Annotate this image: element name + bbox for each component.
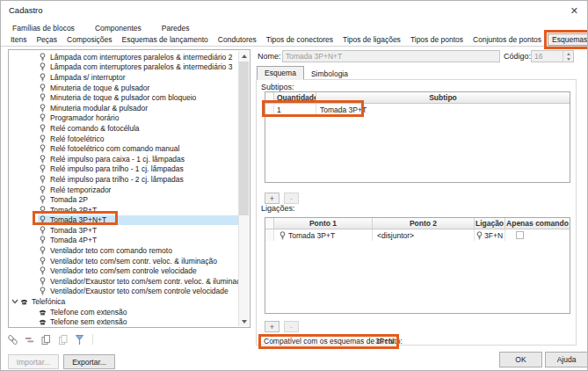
tree-item-minuteria-de-toque-pulsador-com-bloqueio[interactable]: Minuteria de toque & pulsador com bloque…	[10, 92, 238, 103]
tree-item-tomada-3p-n-t[interactable]: Tomada 3P+N+T	[10, 215, 238, 226]
lamp-icon	[39, 226, 47, 235]
tab-conjuntos-de-pontos[interactable]: Conjuntos de pontos	[469, 34, 545, 45]
tree-item-label: Minuteria de toque & pulsador com bloque…	[50, 93, 196, 102]
tree-item-label: Tomada 4P+T	[50, 236, 97, 244]
subtipos-add-button[interactable]: +	[265, 193, 279, 204]
tree-item-rele-fotoeletrico-com-comando-manual[interactable]: Relé fotoelétrico com comando manual	[10, 143, 238, 154]
tab-composicoes[interactable]: Composições	[63, 34, 116, 45]
ok-button[interactable]: OK	[499, 352, 542, 367]
lamp-icon	[39, 215, 47, 224]
tree-item-programador-horario[interactable]: Programador horário	[10, 113, 238, 124]
detail-tab-simbologia[interactable]: Simbologia	[304, 68, 355, 80]
tree-item-label: Relé impulso para caixa - 1 cj. lâmpadas	[50, 155, 185, 164]
close-icon[interactable]: ✕	[570, 5, 578, 17]
tree-item-tomada-2p-t[interactable]: Tomada 2P+T	[10, 205, 238, 215]
tree-item-ventilador-teto-com-sem-controle-velocidade[interactable]: Ventilador teto com/sem controle velocid…	[10, 266, 238, 276]
lamp-icon	[39, 266, 47, 275]
unlink-icon[interactable]	[24, 334, 35, 346]
lamp-icon	[39, 186, 47, 194]
tree-item-lampada-s-interruptor[interactable]: Lâmpada s/ interruptor	[10, 72, 238, 83]
codigo-label: Código:	[504, 52, 531, 61]
codigo-stepper[interactable]: 16	[531, 50, 574, 62]
ligacoes-remove-button[interactable]: -	[284, 321, 299, 332]
tree-item-tomada-4p-t[interactable]: Tomada 4P+T	[10, 236, 238, 246]
ponto1-cell: Tomada 3P+T	[274, 229, 373, 241]
lamp-icon	[39, 246, 47, 255]
tree-item-label: Ventilador/Exaustor teto com/sem contr. …	[50, 277, 238, 286]
ligacoes-add-button[interactable]: +	[265, 321, 279, 332]
col-quantidade[interactable]: Quantidade	[274, 92, 316, 103]
subtipos-label: Subtipos:	[261, 83, 294, 91]
tab-tipos-de-conectores[interactable]: Tipos de conectores	[263, 34, 337, 45]
spin-down-icon[interactable]	[563, 56, 573, 62]
tree-item-minuteria-modular-pulsador[interactable]: Minuteria modular & pulsador	[10, 103, 238, 113]
scroll-down-icon[interactable]	[239, 316, 249, 326]
tree-item-rele-impulso-para-trilho-1-cj-lampadas[interactable]: Relé impulso para trilho - 1 cj. lâmpada…	[10, 164, 238, 175]
row-selector[interactable]	[265, 104, 274, 115]
tree-item-tomada-3p-t[interactable]: Tomada 3P+T	[10, 225, 238, 236]
link-icon[interactable]	[7, 334, 18, 346]
scroll-thumb[interactable]	[239, 62, 249, 215]
subtipos-row[interactable]: 1Tomada 3P+T	[265, 104, 570, 115]
tree-item-telefone-com-extensao[interactable]: Telefone com extensão	[10, 307, 238, 317]
tab-condutores[interactable]: Condutores	[214, 34, 260, 45]
ajuda-button[interactable]: Ajuda	[545, 352, 588, 367]
row-selector[interactable]	[265, 229, 274, 241]
tree-item-rele-comando-fotocelula[interactable]: Relé comando & fotocélula	[10, 123, 238, 134]
tree-item-label: Minuteria de toque & pulsador	[50, 84, 149, 92]
toolbar-divider	[92, 334, 93, 345]
tab-tipos-de-ligacoes[interactable]: Tipos de ligações	[339, 34, 404, 45]
col-ligacao[interactable]: Ligação	[475, 218, 505, 229]
tree-item-ventilador-teto-com-sem-contr-veloc-iluminacao[interactable]: Ventilador teto com/sem contr. veloc. & …	[10, 256, 238, 266]
scroll-up-icon[interactable]	[239, 51, 249, 61]
col-ponto1[interactable]: Ponto 1	[274, 218, 373, 229]
ligacoes-row[interactable]: Tomada 3P+T<disjuntor>3F+N	[265, 229, 570, 241]
copy-icon[interactable]	[40, 334, 52, 346]
nome-input[interactable]	[282, 50, 500, 62]
apenas-comando-checkbox[interactable]	[516, 231, 524, 239]
lamp-icon	[39, 104, 47, 113]
tree-item-tomada-2p[interactable]: Tomada 2P	[10, 194, 238, 205]
exportar-button[interactable]: Exportar...	[63, 354, 115, 369]
tree-item-lampada-com-interruptores-paralelos-intermediario-3[interactable]: Lâmpada com interruptores paralelos & in…	[10, 62, 238, 73]
top-tab-paredes[interactable]: Paredes	[157, 24, 194, 33]
phone-icon	[39, 318, 47, 325]
col-ponto2[interactable]: Ponto 2	[373, 218, 475, 229]
lamp-icon	[39, 93, 47, 102]
tree-item-rele-impulso-para-caixa-1-cj-lampadas[interactable]: Relé impulso para caixa - 1 cj. lâmpadas	[10, 154, 238, 164]
tree-item-ventilador-teto-com-comando-remoto[interactable]: Ventilador teto com comando remoto	[10, 245, 238, 256]
tree-item-ventilador-exaustor-teto-com-sem-contr-veloc-iluminacao[interactable]: Ventilador/Exaustor teto com/sem contr. …	[10, 276, 238, 287]
tree-item-label: Tomada 2P+T	[50, 206, 97, 215]
tree-item-rele-impulso-para-trilho-2-cj-lampadas[interactable]: Relé impulso para trilho - 2 cj. lâmpada…	[10, 174, 238, 185]
tree-item-rele-temporizador[interactable]: Relé temporizador	[10, 185, 238, 195]
ponto2-cell: <disjuntor>	[373, 229, 475, 241]
col-subtipo[interactable]: Subtipo	[316, 92, 570, 103]
col-apenas-comando[interactable]: Apenas comando	[505, 218, 570, 229]
lamp-icon	[39, 236, 47, 244]
detail-tab-esquema[interactable]: Esquema	[257, 66, 304, 80]
tree-item-telefone-sem-extensao[interactable]: Telefone sem extensão	[10, 316, 238, 326]
tree-item-ventilador-exaustor-teto-com-sem-controle-velocidade[interactable]: Ventilador/Exaustor teto com/sem control…	[10, 287, 238, 297]
chevron-down-icon[interactable]	[11, 299, 20, 304]
tab-esquemas-de-lancamento[interactable]: Esquemas de lançamento	[119, 34, 212, 45]
tab-itens[interactable]: Itens	[7, 34, 30, 45]
tree-item-rele-fotoeletrico[interactable]: Relé fotoelétrico	[10, 134, 238, 144]
tree-item-label: Relé temporizador	[50, 186, 111, 194]
top-tab-familias-de-blocos[interactable]: Famílias de blocos	[8, 24, 79, 33]
tree-item-minuteria-de-toque-pulsador[interactable]: Minuteria de toque & pulsador	[10, 83, 238, 93]
tab-esquemas-de-ligacoes[interactable]: Esquemas de ligações	[548, 33, 588, 46]
tab-tipos-de-pontos[interactable]: Tipos de pontos	[407, 34, 467, 45]
importar-button[interactable]: Importar...	[8, 354, 59, 369]
tree-item-lampada-com-interruptores-paralelos-intermediario-2[interactable]: Lâmpada com interruptores paralelos & in…	[10, 52, 238, 62]
tab-pecas[interactable]: Peças	[33, 34, 61, 45]
tree-item-label: Tomada 2P	[50, 195, 88, 204]
paste-icon[interactable]	[57, 334, 69, 346]
subtipos-remove-button[interactable]: -	[284, 193, 299, 204]
lamp-icon	[39, 124, 47, 133]
filter-icon[interactable]	[74, 334, 85, 346]
tree-item-label: Lâmpada com interruptores paralelos & in…	[50, 62, 232, 71]
tree-item-telefonica[interactable]: Telefónica	[10, 296, 238, 307]
tree-item-label: Ventilador/Exaustor teto com/sem control…	[50, 287, 229, 295]
tree-scrollbar[interactable]	[238, 51, 249, 326]
top-tab-componentes[interactable]: Componentes	[91, 24, 146, 33]
